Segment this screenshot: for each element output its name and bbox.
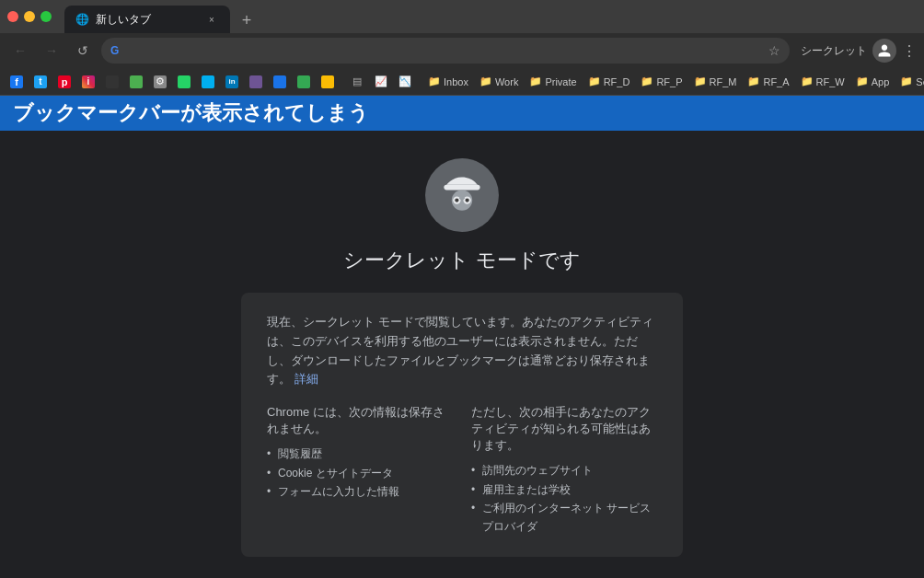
folder-label-app: App xyxy=(872,76,890,87)
profile-avatar[interactable] xyxy=(872,39,896,63)
incognito-icon xyxy=(425,158,499,232)
folder-label-private: Private xyxy=(545,76,576,87)
google-icon: G xyxy=(110,44,119,57)
forward-button[interactable]: → xyxy=(39,38,64,64)
info-card: 現在、シークレット モードで閲覧しています。あなたのアクティビティは、このデバイ… xyxy=(241,293,683,557)
bookmark-chart2[interactable]: 📈 xyxy=(370,72,392,92)
info-columns: Chrome には、次の情報は保存されません。 閲覧履歴 Cookie とサイト… xyxy=(267,404,657,537)
folder-label-rfw: RF_W xyxy=(816,76,845,87)
address-input-wrapper[interactable]: G ☆ xyxy=(101,38,790,64)
bookmark-gear[interactable]: ⚙ xyxy=(149,72,171,92)
folder-icon: 📁 xyxy=(641,75,653,88)
whatsapp-icon xyxy=(178,75,191,88)
bookmark-facebook[interactable]: f xyxy=(6,72,28,92)
linkedin-icon: in xyxy=(225,75,238,88)
bookmark-instagram[interactable]: i xyxy=(77,72,99,92)
folder-label-rfd: RF_D xyxy=(604,76,630,87)
known-by-list: 訪問先のウェブサイト 雇用主または学校 ご利用のインターネット サービス プロバ… xyxy=(471,461,657,537)
bookmark-twitter[interactable]: t xyxy=(29,72,52,92)
active-tab[interactable]: 🌐 新しいタブ × xyxy=(64,6,230,33)
maximize-window-button[interactable] xyxy=(40,11,52,22)
intro-text: 現在、シークレット モードで閲覧しています。あなたのアクティビティは、このデバイ… xyxy=(267,313,657,389)
chart3-icon: 📉 xyxy=(398,75,411,88)
yellow-icon xyxy=(321,75,334,88)
folder-icon: 📁 xyxy=(479,75,492,88)
folder-icon: 📁 xyxy=(694,75,707,88)
bookmark-yellow[interactable] xyxy=(317,72,339,92)
folder-icon: 📁 xyxy=(747,75,760,88)
folder-icon: 📁 xyxy=(801,75,814,88)
detail-link[interactable]: 詳細 xyxy=(295,372,318,386)
bookmark-blue[interactable] xyxy=(269,72,291,92)
folder-icon: 📁 xyxy=(529,75,542,88)
list-item: 閲覧履歴 xyxy=(267,445,453,463)
bookmark-star-icon[interactable]: ☆ xyxy=(768,43,780,58)
bookmark-chart3[interactable]: 📉 xyxy=(394,72,416,92)
folder-icon: 📁 xyxy=(900,75,913,88)
green-icon xyxy=(130,75,143,88)
new-tab-button[interactable]: + xyxy=(234,7,260,33)
bookmark-folder-rfm[interactable]: 📁 RF_M xyxy=(689,72,742,92)
title-bar: 🌐 新しいタブ × + xyxy=(0,0,924,33)
bookmark-folder-app[interactable]: 📁 App xyxy=(851,72,895,92)
folder-label-rfm: RF_M xyxy=(710,76,737,87)
dark1-icon xyxy=(106,75,119,88)
folder-label-service: Service xyxy=(916,76,924,87)
skype-icon xyxy=(202,75,214,88)
tabs-area: 🌐 新しいタブ × + xyxy=(64,0,917,33)
folder-icon: 📁 xyxy=(428,75,441,88)
list-item: 訪問先のウェブサイト xyxy=(471,461,657,480)
svg-rect-0 xyxy=(444,185,479,191)
bookmark-folder-rfa[interactable]: 📁 RF_A xyxy=(743,72,793,92)
green2-icon xyxy=(297,75,310,88)
bookmark-folder-work[interactable]: 📁 Work xyxy=(475,72,523,92)
traffic-lights xyxy=(7,11,52,22)
folder-label-rfa: RF_A xyxy=(763,76,789,87)
not-saved-col: Chrome には、次の情報は保存されません。 閲覧履歴 Cookie とサイト… xyxy=(267,404,453,537)
bookmark-folder-service[interactable]: 📁 Service xyxy=(895,72,924,92)
bookmark-folder-inbox[interactable]: 📁 Inbox xyxy=(423,72,473,92)
folder-icon: 📁 xyxy=(588,75,601,88)
chart1-icon: ▤ xyxy=(351,75,364,88)
main-content: シークレット モードです 現在、シークレット モードで閲覧しています。あなたのア… xyxy=(0,131,924,578)
facebook-icon: f xyxy=(10,75,23,88)
not-saved-list: 閲覧履歴 Cookie とサイトデータ フォームに入力した情報 xyxy=(267,445,453,501)
bookmark-pinterest[interactable]: p xyxy=(53,72,75,92)
address-bar: ← → ↺ G ☆ シークレット ⋮ xyxy=(0,33,924,68)
bookmark-folder-private[interactable]: 📁 Private xyxy=(525,72,581,92)
bookmark-folder-rfp[interactable]: 📁 RF_P xyxy=(636,72,687,92)
back-button[interactable]: ← xyxy=(7,38,33,64)
bookmark-dark1[interactable] xyxy=(101,72,123,92)
folder-label-work: Work xyxy=(495,76,518,87)
incognito-title: シークレット モードです xyxy=(343,247,580,274)
menu-button[interactable]: ⋮ xyxy=(902,42,917,60)
bookmark-green[interactable] xyxy=(125,72,147,92)
incognito-label: シークレット xyxy=(801,43,867,59)
bookmark-linkedin[interactable]: in xyxy=(221,72,243,92)
bookmark-green2[interactable] xyxy=(293,72,315,92)
bookmark-folder-rfd[interactable]: 📁 RF_D xyxy=(583,72,635,92)
list-item: ご利用のインターネット サービス プロバイダ xyxy=(471,499,657,537)
tab-title: 新しいタブ xyxy=(96,12,197,28)
pinterest-icon: p xyxy=(58,75,71,88)
incognito-svg xyxy=(436,169,488,221)
list-item: フォームに入力した情報 xyxy=(267,482,453,501)
folder-icon: 📁 xyxy=(856,75,869,88)
tab-close-button[interactable]: × xyxy=(204,12,219,27)
twitter-icon: t xyxy=(34,75,47,88)
refresh-button[interactable]: ↺ xyxy=(70,38,96,64)
gear-icon: ⚙ xyxy=(154,75,167,88)
close-window-button[interactable] xyxy=(7,11,18,22)
known-by-title: ただし、次の相手にあなたのアクティビティが知られる可能性はあります。 xyxy=(471,404,657,454)
not-saved-title: Chrome には、次の情報は保存されません。 xyxy=(267,404,453,437)
bookmark-whatsapp[interactable] xyxy=(173,72,195,92)
blue-icon xyxy=(273,75,286,88)
folder-label-inbox: Inbox xyxy=(444,76,468,87)
list-item: 雇用主または学校 xyxy=(471,480,657,499)
bookmark-skype[interactable] xyxy=(197,72,219,92)
bookmark-chart1[interactable]: ▤ xyxy=(346,72,368,92)
bookmark-folder-rfw[interactable]: 📁 RF_W xyxy=(796,72,849,92)
chart2-icon: 📈 xyxy=(375,75,387,88)
minimize-window-button[interactable] xyxy=(24,11,35,22)
bookmark-purple[interactable] xyxy=(245,72,267,92)
